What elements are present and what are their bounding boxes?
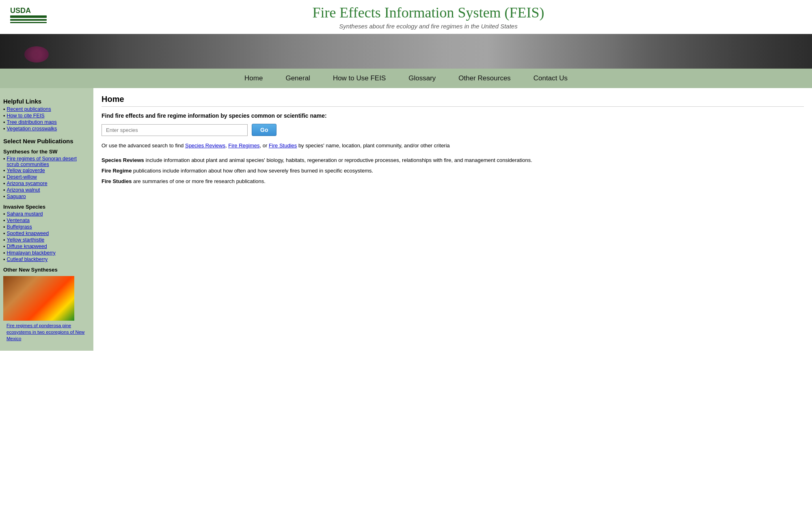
main-nav: HomeGeneralHow to Use FEISGlossaryOther … xyxy=(0,69,812,88)
sidebar-link-tree-maps[interactable]: Tree distribution maps xyxy=(7,119,57,125)
or-text: Or use the advanced search to find Speci… xyxy=(102,142,804,150)
site-header: USDA Fire Effects Information System (FE… xyxy=(0,0,812,34)
nav-item-how-to-use[interactable]: How to Use FEIS xyxy=(322,69,397,88)
fire-studies-desc: Fire Studies are summaries of one or mor… xyxy=(102,177,804,186)
page-heading: Home xyxy=(102,95,804,107)
svg-rect-2 xyxy=(10,19,47,21)
sidebar: Helpful Links Recent publicationsHow to … xyxy=(0,88,93,351)
invasive-list: Sahara mustardVentenataBuffelgrassSpotte… xyxy=(3,211,90,263)
other-new-title: Other New Syntheses xyxy=(3,267,90,273)
select-pubs-title: Select New Publications xyxy=(3,138,90,145)
hero-gradient xyxy=(0,34,812,69)
syntheses-sw-list: Fire regimes of Sonoran desert scrub com… xyxy=(3,156,90,200)
title-area: Fire Effects Information System (FEIS) S… xyxy=(53,4,804,30)
fire-regimes-link[interactable]: Fire Regimes xyxy=(228,142,259,149)
invasive-title: Invasive Species xyxy=(3,204,90,210)
sidebar-link-cite-feis[interactable]: How to cite FEIS xyxy=(7,113,45,119)
hero-image xyxy=(0,34,812,69)
site-subtitle: Syntheses about fire ecology and fire re… xyxy=(53,23,804,30)
sidebar-link-veg-crosswalks[interactable]: Vegetation crosswalks xyxy=(7,126,57,132)
description-block: Species Reviews include information abou… xyxy=(102,156,804,186)
svg-text:USDA: USDA xyxy=(10,6,31,15)
usda-logo: USDA xyxy=(8,4,49,28)
nav-item-glossary[interactable]: Glossary xyxy=(397,69,447,88)
sidebar-link-ventenata[interactable]: Ventenata xyxy=(7,218,30,223)
svg-rect-1 xyxy=(10,15,47,18)
species-reviews-desc: Species Reviews include information abou… xyxy=(102,156,804,165)
nav-item-general[interactable]: General xyxy=(274,69,321,88)
sidebar-link-buffelgrass[interactable]: Buffelgrass xyxy=(7,224,32,230)
sidebar-link-arizona-sycamore[interactable]: Arizona sycamore xyxy=(7,181,48,186)
nav-item-contact-us[interactable]: Contact Us xyxy=(522,69,579,88)
logo-area: USDA xyxy=(8,4,53,30)
helpful-links-list: Recent publicationsHow to cite FEISTree … xyxy=(3,106,90,132)
thumb-caption-link[interactable]: Fire regimes of ponderosa pine ecosystem… xyxy=(6,322,90,342)
search-row: Go xyxy=(102,124,804,136)
nav-item-other-resources[interactable]: Other Resources xyxy=(447,69,522,88)
sidebar-link-saguaro[interactable]: Saguaro xyxy=(7,194,26,199)
fire-regime-desc: Fire Regime publications include informa… xyxy=(102,166,804,175)
sidebar-link-arizona-walnut[interactable]: Arizona walnut xyxy=(7,187,40,193)
sidebar-link-yellow-starthistle[interactable]: Yellow starthistle xyxy=(7,237,45,243)
main-content: Home Find fire effects and fire regime i… xyxy=(93,88,812,351)
sidebar-link-sonoran[interactable]: Fire regimes of Sonoran desert scrub com… xyxy=(7,156,90,167)
sidebar-link-spotted-knapweed[interactable]: Spotted knapweed xyxy=(7,231,49,236)
sidebar-link-desert-willow[interactable]: Desert-willow xyxy=(7,174,37,180)
helpful-links-title: Helpful Links xyxy=(3,98,90,105)
nav-item-home[interactable]: Home xyxy=(233,69,274,88)
thumbnail-image xyxy=(3,276,74,321)
sidebar-link-yellow-paloverde[interactable]: Yellow paloverde xyxy=(7,168,45,173)
sidebar-link-cutleaf-blackberry[interactable]: Cutleaf blackberry xyxy=(7,257,48,262)
sidebar-link-himalayan-blackberry[interactable]: Himalayan blackberry xyxy=(7,250,56,256)
find-label: Find fire effects and fire regime inform… xyxy=(102,112,804,119)
svg-rect-3 xyxy=(10,22,47,23)
fire-studies-link[interactable]: Fire Studies xyxy=(269,142,297,149)
syntheses-sw-title: Syntheses for the SW xyxy=(3,149,90,155)
thumbnail-container: Fire regimes of ponderosa pine ecosystem… xyxy=(3,276,90,342)
page-layout: Helpful Links Recent publicationsHow to … xyxy=(0,88,812,351)
go-button[interactable]: Go xyxy=(252,124,276,136)
sidebar-link-diffuse-knapweed[interactable]: Diffuse knapweed xyxy=(7,244,47,249)
site-title: Fire Effects Information System (FEIS) xyxy=(53,4,804,21)
sidebar-link-recent-pubs[interactable]: Recent publications xyxy=(7,106,51,112)
species-reviews-link[interactable]: Species Reviews xyxy=(185,142,225,149)
search-input[interactable] xyxy=(102,124,248,136)
sidebar-link-sahara-mustard[interactable]: Sahara mustard xyxy=(7,211,43,217)
